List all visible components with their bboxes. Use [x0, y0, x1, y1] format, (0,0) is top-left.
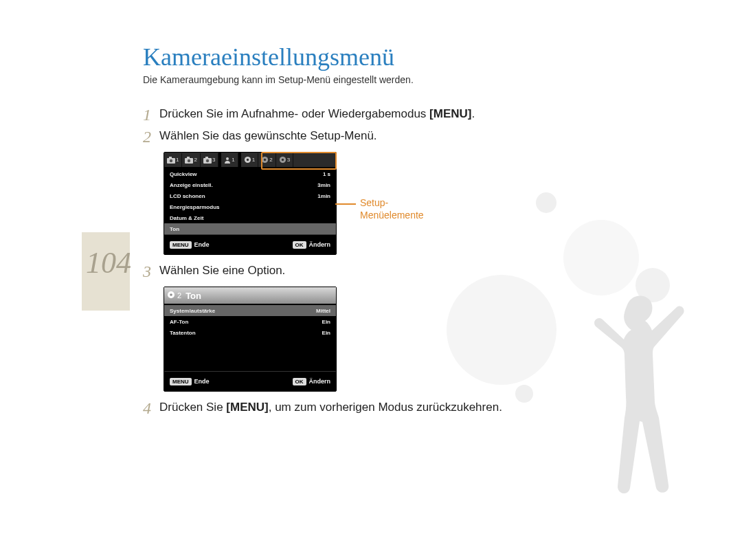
row-value: 1min — [317, 193, 330, 199]
step-4-post: , um zum vorherigen Modus zurückzukehren… — [269, 401, 502, 414]
camera-icon — [185, 157, 193, 164]
camera-icon — [167, 157, 175, 164]
svg-point-17 — [170, 293, 172, 296]
row-tastenton[interactable]: TastentonEin — [164, 327, 336, 338]
step-1-pre: Drücken Sie im Aufnahme- oder Wiedergabe… — [159, 107, 429, 120]
row-label: Datum & Zeit — [170, 215, 203, 221]
row-ton[interactable]: Ton — [164, 223, 336, 234]
tab-camera-3-num: 3 — [212, 157, 215, 163]
row-lcd-schonen[interactable]: LCD schonen1min — [164, 190, 336, 201]
row-value: Ein — [322, 319, 330, 325]
step-2-text: Wählen Sie das gewünschte Setup-Menü. — [159, 128, 377, 144]
step-number-1: 1 — [143, 107, 159, 123]
gear-icon — [244, 156, 251, 164]
tab-gear-1-num: 1 — [252, 157, 255, 163]
menu-pill[interactable]: MENU — [170, 378, 192, 385]
svg-point-8 — [206, 159, 209, 161]
svg-point-5 — [188, 159, 190, 161]
row-energiespar[interactable]: Energiesparmodus — [164, 201, 336, 212]
row-label: LCD schonen — [170, 193, 205, 199]
sound-header-num: 2 — [177, 291, 181, 300]
tab-camera-2-num: 2 — [194, 157, 196, 163]
callout-line2: Menüelemente — [360, 210, 424, 221]
ok-pill-label: Ändern — [309, 378, 331, 385]
gear-icon — [261, 156, 269, 164]
row-value: 1 s — [323, 171, 330, 177]
row-quickview[interactable]: Quickview1 s — [164, 168, 336, 179]
svg-rect-4 — [187, 157, 190, 158]
person-icon — [224, 157, 231, 164]
child-silhouette-icon — [584, 295, 687, 522]
step-number-3: 3 — [143, 263, 159, 280]
callout-line — [335, 203, 356, 205]
gear-icon — [279, 156, 286, 164]
screen-sound-menu: 2 Ton SystemlautstärkeMittel AF-TonEin T… — [164, 287, 337, 392]
tab-person-1[interactable]: 1 — [221, 153, 238, 167]
tab-gear-3[interactable]: 3 — [276, 153, 293, 167]
menu-pill-label: Ende — [194, 241, 210, 248]
screen-setup-menu: 1 2 3 1 1 — [164, 152, 337, 255]
row-label: Ton — [170, 226, 179, 232]
callout-setup-label: Setup- Menüelemente — [360, 197, 424, 221]
row-label: Tastenton — [170, 330, 196, 336]
step-number-4: 4 — [143, 400, 159, 416]
row-af-ton[interactable]: AF-TonEin — [164, 316, 336, 327]
page-title: Kameraeinstellungsmenü — [143, 43, 394, 71]
row-label: Anzeige einstell. — [170, 182, 213, 188]
row-label: Quickview — [170, 171, 197, 177]
tab-camera-1[interactable]: 1 — [164, 153, 182, 167]
svg-point-15 — [282, 159, 284, 161]
tab-camera-3[interactable]: 3 — [201, 153, 218, 167]
callout-line1: Setup- — [360, 197, 388, 208]
svg-rect-1 — [169, 157, 172, 158]
ok-pill[interactable]: OK — [293, 241, 306, 249]
svg-point-13 — [264, 159, 266, 161]
tab-gear-2[interactable]: 2 — [258, 153, 276, 167]
setup-rows: Quickview1 s Anzeige einstell.3min LCD s… — [164, 167, 336, 234]
tab-gear-3-num: 3 — [287, 157, 290, 163]
camera-icon — [203, 157, 212, 164]
step-4-text: Drücken Sie [MENU], um zum vorherigen Mo… — [159, 400, 502, 416]
step-1-bold: [MENU] — [429, 107, 471, 120]
step-1-post: . — [471, 107, 475, 120]
gear-icon — [167, 291, 175, 300]
row-anzeige[interactable]: Anzeige einstell.3min — [164, 179, 336, 190]
ok-pill[interactable]: OK — [293, 378, 306, 385]
svg-point-2 — [170, 159, 172, 161]
row-value: Ein — [322, 330, 330, 336]
row-datum-zeit[interactable]: Datum & Zeit — [164, 212, 336, 223]
row-label: Systemlautstärke — [170, 308, 215, 314]
row-systemlaut[interactable]: SystemlautstärkeMittel — [164, 305, 336, 316]
svg-point-9 — [226, 157, 229, 160]
tab-gear-1[interactable]: 1 — [241, 153, 258, 167]
tab-bar: 1 2 3 1 1 — [164, 153, 336, 167]
menu-pill-label: Ende — [194, 378, 210, 385]
row-value: Mittel — [316, 308, 330, 314]
tab-gear-2-num: 2 — [269, 157, 272, 163]
svg-rect-7 — [205, 157, 208, 158]
tab-person-1-num: 1 — [232, 157, 234, 163]
step-number-2: 2 — [143, 128, 159, 145]
step-4-bold: [MENU] — [226, 401, 268, 414]
tab-camera-1-num: 1 — [176, 157, 179, 163]
ok-pill-label: Ändern — [309, 241, 331, 248]
row-label: AF-Ton — [170, 319, 188, 325]
page-number: 104 — [86, 245, 131, 280]
footer-bar-2: MENU Ende OK Ändern — [164, 371, 336, 391]
menu-pill[interactable]: MENU — [170, 241, 192, 249]
step-3-text: Wählen Sie eine Option. — [159, 263, 285, 279]
sound-rows: SystemlautstärkeMittel AF-TonEin Tastent… — [164, 304, 336, 371]
sound-header: 2 Ton — [164, 287, 336, 304]
footer-bar: MENU Ende OK Ändern — [164, 234, 336, 254]
page-subtitle: Die Kameraumgebung kann im Setup-Menü ei… — [143, 74, 414, 85]
row-value: 3min — [317, 182, 330, 188]
step-4-pre: Drücken Sie — [159, 401, 226, 414]
row-label: Energiesparmodus — [170, 204, 219, 210]
sound-header-title: Ton — [186, 291, 201, 301]
svg-point-11 — [247, 159, 249, 161]
step-1-text: Drücken Sie im Aufnahme- oder Wiedergabe… — [159, 107, 475, 122]
tab-camera-2[interactable]: 2 — [182, 153, 200, 167]
